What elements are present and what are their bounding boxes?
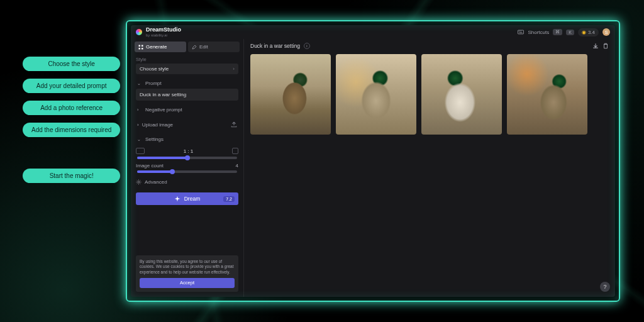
credits-pill[interactable]: ◉ 3.4 xyxy=(578,28,599,36)
credits-value: 3.4 xyxy=(588,30,595,35)
generated-image[interactable] xyxy=(336,54,416,135)
callout-start: Start the magic! xyxy=(23,169,120,183)
cookie-banner: By using this website, you agree to our … xyxy=(136,255,238,292)
style-selector[interactable]: Choose style › xyxy=(136,64,238,74)
prompt-label: Prompt xyxy=(145,80,162,86)
svg-rect-1 xyxy=(519,31,519,31)
svg-rect-8 xyxy=(142,48,143,50)
style-section: Style Choose style › xyxy=(131,55,243,76)
aspect-ratio-row: 1 : 1 xyxy=(136,148,238,154)
upload-icon[interactable] xyxy=(231,121,237,128)
upload-section: › Upload image xyxy=(131,117,243,132)
content-area: Duck in a war setting i ? xyxy=(244,39,615,297)
content-header: Duck in a war setting i xyxy=(250,43,609,49)
chevron-right-icon: › xyxy=(137,122,139,128)
callout-prompt: Add your detailed prompt xyxy=(23,79,120,93)
avatar[interactable]: S xyxy=(602,28,610,36)
slider-thumb[interactable] xyxy=(185,155,190,160)
svg-rect-3 xyxy=(521,31,521,31)
top-bar: DreamStudio by stability.ai Shortcuts ⌘ … xyxy=(131,25,615,39)
shortcuts-label[interactable]: Shortcuts xyxy=(528,30,549,35)
svg-rect-6 xyxy=(142,45,143,47)
ratio-square-icon[interactable] xyxy=(232,148,238,154)
style-value: Choose style xyxy=(140,66,169,72)
style-label: Style xyxy=(136,57,238,62)
svg-rect-7 xyxy=(139,48,141,50)
dream-cost: 7.2 xyxy=(223,196,235,202)
chevron-right-icon: › xyxy=(233,66,235,72)
dream-label: Dream xyxy=(184,196,201,202)
ratio-value: 1 : 1 xyxy=(148,148,228,154)
image-count-row: Image count 4 xyxy=(136,163,238,169)
negative-header[interactable]: › Negative prompt xyxy=(136,104,238,115)
callout-reference: Add a photo reference xyxy=(23,101,120,115)
upload-label: Upload image xyxy=(142,122,173,128)
grid-icon xyxy=(138,45,143,50)
ratio-wide-icon[interactable] xyxy=(136,148,145,154)
svg-point-9 xyxy=(138,181,140,183)
advanced-header[interactable]: Advanced xyxy=(136,177,238,187)
shortcut-key: K xyxy=(566,30,574,35)
tab-generate-label: Generate xyxy=(146,44,167,50)
chevron-right-icon: › xyxy=(137,108,142,112)
callout-dimensions: Add the dimensions required xyxy=(23,123,120,137)
prompt-input[interactable]: Duck in a war setting xyxy=(136,89,238,101)
tutorial-callouts: Choose the style Add your detailed promp… xyxy=(23,57,120,183)
settings-body: 1 : 1 Image count 4 xyxy=(131,147,243,190)
topbar-right: Shortcuts ⌘ K ◉ 3.4 S xyxy=(518,28,610,36)
help-button[interactable]: ? xyxy=(600,282,610,292)
image-grid xyxy=(250,54,609,135)
brand-block: DreamStudio by stability.ai xyxy=(146,27,181,37)
tab-edit[interactable]: Edit xyxy=(188,42,240,52)
generated-image[interactable] xyxy=(421,54,502,135)
settings-section: ⌄ Settings xyxy=(131,132,243,147)
app-window: DreamStudio by stability.ai Shortcuts ⌘ … xyxy=(131,25,615,297)
prompt-section: ⌄ Prompt Duck in a war setting xyxy=(131,76,243,103)
chevron-down-icon: ⌄ xyxy=(137,137,142,142)
cookie-accept-button[interactable]: Accept xyxy=(140,278,235,288)
settings-label: Settings xyxy=(145,136,164,142)
generated-image[interactable] xyxy=(507,54,587,135)
settings-header[interactable]: ⌄ Settings xyxy=(136,134,238,145)
shortcut-modifier: ⌘ xyxy=(553,29,562,35)
generated-image[interactable] xyxy=(250,54,331,135)
svg-rect-4 xyxy=(519,32,523,33)
negative-section: › Negative prompt xyxy=(131,103,243,117)
coin-icon: ◉ xyxy=(582,30,586,35)
chevron-down-icon: ⌄ xyxy=(137,81,142,86)
callout-style: Choose the style xyxy=(23,57,120,71)
image-count-slider[interactable] xyxy=(137,170,237,173)
svg-rect-2 xyxy=(520,31,521,31)
image-count-label: Image count xyxy=(136,163,164,169)
info-icon[interactable]: i xyxy=(304,43,310,49)
result-prompt-title: Duck in a war setting xyxy=(250,43,300,49)
edit-icon xyxy=(192,45,197,50)
sidebar: Generate Edit Style Choose style › xyxy=(131,39,244,297)
logo-icon xyxy=(136,29,142,35)
brand-name: DreamStudio xyxy=(146,27,181,33)
tab-edit-label: Edit xyxy=(199,44,208,50)
upload-row[interactable]: › Upload image xyxy=(136,119,238,130)
negative-label: Negative prompt xyxy=(145,107,182,113)
advanced-label: Advanced xyxy=(145,179,167,185)
brand-byline: by stability.ai xyxy=(146,33,181,38)
cookie-text: By using this website, you agree to our … xyxy=(140,259,235,275)
gear-icon xyxy=(136,179,142,185)
sparkle-icon xyxy=(174,196,180,202)
dream-button[interactable]: Dream 7.2 xyxy=(136,192,238,205)
ratio-slider[interactable] xyxy=(137,157,237,159)
prompt-header[interactable]: ⌄ Prompt xyxy=(136,78,238,89)
svg-rect-0 xyxy=(518,30,524,34)
mode-tabs: Generate Edit xyxy=(131,39,243,55)
slider-thumb[interactable] xyxy=(170,169,175,174)
trash-icon[interactable] xyxy=(602,43,609,49)
image-count-value: 4 xyxy=(236,163,238,169)
keyboard-icon xyxy=(518,30,524,35)
download-icon[interactable] xyxy=(592,43,599,49)
svg-rect-5 xyxy=(139,45,141,47)
tab-generate[interactable]: Generate xyxy=(135,42,186,52)
